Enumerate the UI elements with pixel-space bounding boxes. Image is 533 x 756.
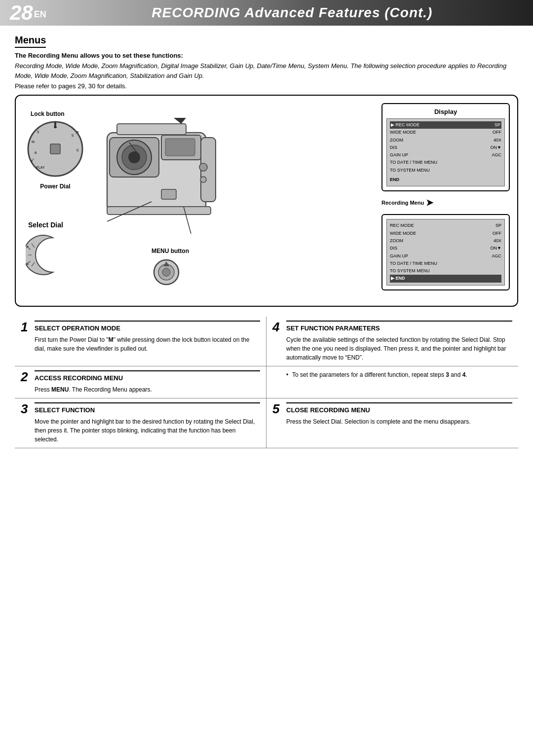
step-2-title: ACCESS RECORDING MENU xyxy=(35,370,260,382)
display2-row-end: ▶ END xyxy=(390,275,501,282)
step-4-body: Cycle the available settings of the sele… xyxy=(286,335,512,362)
step-1-number: 1 xyxy=(21,321,32,333)
menu-button-area: MENU button xyxy=(152,248,189,288)
svg-point-25 xyxy=(200,177,206,182)
svg-point-16 xyxy=(128,151,140,163)
menu-subtitle: The Recording Menu allows you to set the… xyxy=(15,52,518,59)
step-4-bullet-text: To set the parameters for a different fu… xyxy=(286,370,512,379)
page-en: EN xyxy=(34,9,46,20)
display-row-end1: END xyxy=(390,176,501,183)
lock-button-label: Lock button xyxy=(31,110,85,117)
step-4-number: 4 xyxy=(272,321,283,333)
svg-point-36 xyxy=(162,268,170,276)
step-3-title: SELECT FUNCTION xyxy=(35,402,260,414)
step-4-header: 4 SET FUNCTION PARAMETERS xyxy=(272,321,512,333)
step-2-number: 2 xyxy=(21,370,32,383)
display-row-widemode: WIDE MODEOFF xyxy=(390,129,501,136)
step-3-number: 3 xyxy=(21,402,32,415)
steps-grid: 1 SELECT OPERATION MODE First turn the P… xyxy=(15,317,518,448)
display2-row-dis: DISON▼ xyxy=(390,245,501,252)
power-dial-label: Power Dial xyxy=(26,183,85,190)
select-dial-area: Select Dial ↖ ↙ xyxy=(26,221,70,279)
display-row-zoom: ZOOM40X xyxy=(390,137,501,144)
step-3: 3 SELECT FUNCTION Move the pointer and h… xyxy=(15,398,266,448)
page-number: 28 xyxy=(10,2,33,23)
step-3-header: 3 SELECT FUNCTION xyxy=(21,402,260,415)
svg-text:↙: ↙ xyxy=(26,258,32,266)
recording-menu-text: Recording Menu xyxy=(381,200,424,206)
step-4-title: SET FUNCTION PARAMETERS xyxy=(286,321,512,332)
power-dial-area: Lock button G S S PLAY A M S xyxy=(26,110,85,190)
main-content: Menus The Recording Menu allows you to s… xyxy=(0,26,533,457)
recording-menu-label: Recording Menu ➤ xyxy=(381,197,510,208)
svg-point-24 xyxy=(199,163,207,171)
svg-rect-18 xyxy=(165,139,195,156)
svg-rect-23 xyxy=(161,189,176,199)
svg-rect-22 xyxy=(107,207,211,215)
display-row-gainup: GAIN UPAGC xyxy=(390,151,501,159)
display-row-recmode: ▶ REC MODESP xyxy=(390,121,501,129)
step-2-body: Press MENU. The Recording Menu appears. xyxy=(35,385,260,394)
display-screen-1: ▶ REC MODESP WIDE MODEOFF ZOOM40X DISON▼… xyxy=(386,118,505,186)
svg-text:↖: ↖ xyxy=(26,244,32,252)
menu-description: Recording Mode, Wide Mode, Zoom Magnific… xyxy=(15,61,518,80)
svg-text:A: A xyxy=(35,151,37,154)
step-1: 1 SELECT OPERATION MODE First turn the P… xyxy=(15,317,266,366)
step-1-body: First turn the Power Dial to "M" while p… xyxy=(35,335,260,353)
display2-row-system: TO SYSTEM MENU xyxy=(390,267,501,275)
recording-menu-arrow-icon: ➤ xyxy=(426,197,433,208)
svg-text:S: S xyxy=(37,130,39,134)
display-title: Display xyxy=(386,108,505,115)
step-4: 4 SET FUNCTION PARAMETERS Cycle the avai… xyxy=(266,317,518,366)
camera-svg xyxy=(77,103,226,251)
step-5-body: Press the Select Dial. Selection is comp… xyxy=(286,417,512,426)
menu-refer: Please refer to pages 29, 30 for details… xyxy=(15,82,518,90)
menu-button-label: MENU button xyxy=(152,248,189,254)
step-4-bullet: To set the parameters for a different fu… xyxy=(266,366,518,398)
display-row-dis: DISON▼ xyxy=(390,144,501,151)
svg-text:PLAY: PLAY xyxy=(36,166,45,169)
select-dial-label: Select Dial xyxy=(28,221,70,229)
display2-row-widemode: WIDE MODEOFF xyxy=(390,230,501,237)
step-5-title: CLOSE RECORDING MENU xyxy=(286,402,512,414)
step-1-title: SELECT OPERATION MODE xyxy=(35,321,260,332)
display2-row-zoom: ZOOM40X xyxy=(390,237,501,245)
step-2-header: 2 ACCESS RECORDING MENU xyxy=(21,370,260,383)
display-screen-2: REC MODESP WIDE MODEOFF ZOOM40X DISON▼ G… xyxy=(386,219,505,285)
diagram-right: Display ▶ REC MODESP WIDE MODEOFF ZOOM40… xyxy=(381,103,510,298)
display-row-system: TO SYSTEM MENU xyxy=(390,167,501,174)
svg-rect-9 xyxy=(54,122,56,128)
svg-rect-8 xyxy=(50,144,60,154)
display-row-datetime: TO DATE / TIME MENU xyxy=(390,159,501,166)
diagram-left: Lock button G S S PLAY A M S xyxy=(23,103,374,298)
display2-row-datetime: TO DATE / TIME MENU xyxy=(390,260,501,267)
power-dial-svg: G S S PLAY A M S ↙ ↗ xyxy=(26,119,85,179)
display2-row-gainup: GAIN UPAGC xyxy=(390,252,501,260)
step-2: 2 ACCESS RECORDING MENU Press MENU. The … xyxy=(15,366,266,398)
svg-rect-19 xyxy=(117,124,186,135)
step-5-number: 5 xyxy=(272,402,283,415)
step-3-body: Move the pointer and highlight bar to th… xyxy=(35,417,260,444)
page-header: 28 EN RECORDING Advanced Features (Cont.… xyxy=(0,0,533,26)
svg-marker-20 xyxy=(174,118,186,124)
diagram-box: Lock button G S S PLAY A M S xyxy=(15,95,518,307)
step-5: 5 CLOSE RECORDING MENU Press the Select … xyxy=(266,398,518,448)
display-panel-top: Display ▶ REC MODESP WIDE MODEOFF ZOOM40… xyxy=(381,103,510,191)
step-5-header: 5 CLOSE RECORDING MENU xyxy=(272,402,512,415)
select-dial-shape: ↖ ↙ xyxy=(26,233,70,277)
section-title: Menus xyxy=(15,35,46,48)
svg-text:S: S xyxy=(72,134,74,137)
display-panel-bottom: REC MODESP WIDE MODEOFF ZOOM40X DISON▼ G… xyxy=(381,214,510,290)
page-title: RECORDING Advanced Features (Cont.) xyxy=(61,5,523,21)
svg-text:↙: ↙ xyxy=(31,157,35,162)
display2-row-recmode: REC MODESP xyxy=(390,222,501,229)
step-1-header: 1 SELECT OPERATION MODE xyxy=(21,321,260,333)
menu-button-svg xyxy=(152,257,181,287)
svg-text:M: M xyxy=(32,140,35,144)
